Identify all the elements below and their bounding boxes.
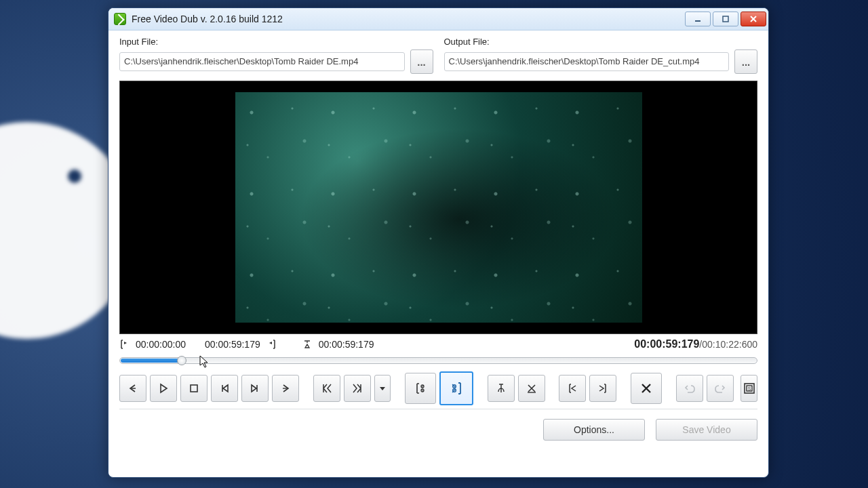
file-row: Input File: C:\Users\janhendrik.fleische… bbox=[119, 37, 757, 74]
input-browse-button[interactable]: ... bbox=[410, 49, 433, 74]
step-forward-button[interactable] bbox=[272, 375, 299, 402]
timeline-fill bbox=[121, 359, 180, 363]
svg-text:S: S bbox=[747, 386, 751, 391]
redo-button[interactable] bbox=[707, 375, 734, 402]
save-video-button[interactable]: Save Video bbox=[656, 419, 757, 441]
duration-icon bbox=[302, 340, 312, 349]
delete-selection-button[interactable] bbox=[518, 375, 545, 402]
goto-mark-in-button[interactable] bbox=[559, 375, 586, 402]
window-title: Free Video Dub v. 2.0.16 build 1212 bbox=[132, 14, 685, 24]
video-preview[interactable] bbox=[119, 81, 757, 334]
snapshot-button[interactable]: S bbox=[741, 375, 757, 402]
current-time: 00:00:59:179 bbox=[634, 338, 699, 350]
selection-end-time: 00:00:59:179 bbox=[205, 339, 260, 350]
options-button[interactable]: Options... bbox=[543, 419, 645, 441]
app-window: Free Video Dub v. 2.0.16 build 1212 Inpu… bbox=[108, 7, 769, 478]
input-file-label: Input File: bbox=[119, 37, 433, 47]
selection-duration: 00:00:59:179 bbox=[319, 339, 374, 350]
titlebar[interactable]: Free Video Dub v. 2.0.16 build 1212 bbox=[108, 8, 768, 30]
svg-rect-0 bbox=[695, 20, 701, 22]
time-row: 00:00:00:00 00:00:59:179 00:00:59:179 00… bbox=[119, 334, 757, 353]
timeline-slider[interactable] bbox=[119, 353, 757, 368]
undo-button[interactable] bbox=[676, 375, 703, 402]
play-button[interactable] bbox=[150, 375, 177, 402]
step-back-button[interactable] bbox=[119, 375, 146, 402]
minimize-button[interactable] bbox=[685, 12, 711, 26]
split-button[interactable] bbox=[488, 375, 515, 402]
close-button[interactable] bbox=[741, 12, 766, 26]
selection-start-time: 00:00:00:00 bbox=[136, 339, 186, 350]
timeline-handle[interactable] bbox=[177, 356, 186, 365]
mark-in-icon bbox=[119, 340, 129, 349]
frame-forward-button[interactable] bbox=[241, 375, 269, 402]
svg-rect-2 bbox=[191, 385, 197, 392]
jump-menu-button[interactable] bbox=[374, 375, 391, 402]
output-file-label: Output File: bbox=[444, 37, 758, 47]
output-file-field[interactable]: C:\Users\janhendrik.fleischer\Desktop\To… bbox=[444, 52, 730, 71]
input-file-column: Input File: C:\Users\janhendrik.fleische… bbox=[119, 37, 433, 74]
goto-start-button[interactable] bbox=[313, 375, 340, 402]
output-browse-button[interactable]: ... bbox=[734, 49, 757, 74]
mark-out-icon bbox=[267, 340, 277, 349]
maximize-button[interactable] bbox=[713, 12, 738, 26]
app-icon bbox=[114, 13, 126, 25]
stop-button[interactable] bbox=[180, 375, 208, 402]
output-file-column: Output File: C:\Users\janhendrik.fleisch… bbox=[444, 37, 758, 74]
window-controls bbox=[685, 12, 766, 26]
goto-mark-out-button[interactable] bbox=[589, 375, 616, 402]
frame-back-button[interactable] bbox=[211, 375, 238, 402]
input-file-field[interactable]: C:\Users\janhendrik.fleischer\Desktop\To… bbox=[119, 52, 405, 71]
mark-out-button[interactable] bbox=[439, 371, 473, 405]
goto-end-button[interactable] bbox=[344, 375, 371, 402]
svg-rect-1 bbox=[723, 16, 728, 22]
total-time: 00:10:22:600 bbox=[702, 339, 757, 350]
bottom-row: Options... Save Video bbox=[119, 409, 757, 441]
mark-in-button[interactable] bbox=[405, 373, 436, 404]
video-frame bbox=[235, 92, 642, 323]
toolbar: S bbox=[119, 372, 757, 409]
clear-selection-button[interactable] bbox=[631, 373, 662, 404]
content-area: Input File: C:\Users\janhendrik.fleische… bbox=[108, 30, 768, 477]
